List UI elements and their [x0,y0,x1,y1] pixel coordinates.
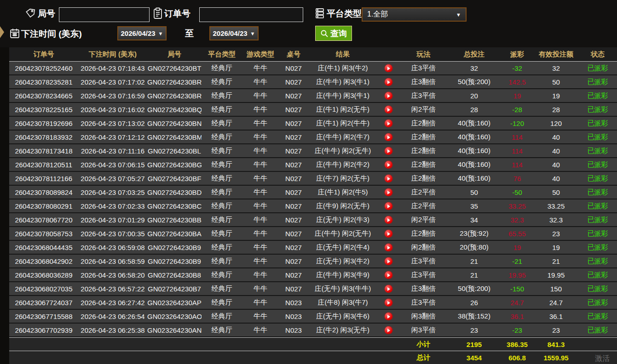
play-triangle [387,122,390,125]
table-row: 2604230781734182026-04-23 07:11:16GN0272… [9,144,617,158]
cell-order-no: 260423078252460 [9,64,78,72]
cell-status: 已派彩 [578,64,617,73]
play-video-icon[interactable] [385,92,392,100]
play-video-icon[interactable] [385,271,392,279]
cell-order-no: 260423067715588 [9,313,78,320]
total-play-type: 总计 [399,353,448,362]
play-video-icon[interactable] [385,188,392,196]
cell-payout: -21 [501,257,534,265]
play-video-icon[interactable] [385,299,392,307]
play-video-icon[interactable] [385,244,392,251]
cell-result: 庄(牛1) 闲2(无牛) [308,105,377,114]
column-header-game: 游戏类型 [242,50,279,59]
play-video-icon[interactable] [385,326,392,334]
column-header-status: 状态 [578,50,617,59]
cell-table-no: N027 [279,119,308,127]
cell-play-type: 庄3平倍 [399,91,448,100]
play-cell [377,257,399,266]
play-video-icon[interactable] [385,257,392,265]
column-header-result: 结果 [308,50,377,59]
table-row: 2604230782346652026-04-23 07:16:59GN0272… [9,89,617,103]
cell-play-type: 庄2翻倍 [399,160,448,169]
play-video-icon[interactable] [385,230,392,238]
cell-valid-bet: 150 [534,285,578,293]
play-video-icon[interactable] [385,64,392,72]
subtotal-valid-bet: 841.3 [534,341,578,348]
cell-valid-bet: 19 [534,244,578,251]
cell-order-no: 260423067702939 [9,326,78,334]
cell-result: 庄(牛1) 闲3(牛2) [308,64,377,73]
date-from-picker[interactable]: 2026/04/23 ▼ [117,26,167,40]
filter-bar: 局号 订单号 平台类型 1.全部 ▼ 下注时间 (美东) [0,0,617,47]
play-video-icon[interactable] [385,285,392,293]
cell-result: 庄(牛9) 闲2(无牛) [308,202,377,210]
column-header-total-bet: 总投注 [448,50,501,59]
play-video-icon[interactable] [385,161,392,169]
play-cell [377,91,399,100]
play-video-icon[interactable] [385,216,392,224]
cell-valid-bet: 50 [534,188,578,196]
play-video-icon[interactable] [385,133,392,141]
play-video-icon[interactable] [385,313,392,320]
play-triangle [387,218,390,222]
round-no-input[interactable] [59,7,150,22]
cell-game: 牛牛 [242,78,279,86]
play-video-icon[interactable] [385,175,392,182]
cell-status: 已派彩 [578,216,617,224]
column-header-play-type: 玩法 [399,50,448,59]
table-row: 2604230680270352026-04-23 06:57:22GN0272… [9,282,617,296]
play-video-icon[interactable] [385,147,392,155]
cell-bet-time: 2026-04-23 06:58:20 [78,271,147,279]
cell-game: 牛牛 [242,91,279,100]
column-header-bet-time: 下注时间 (美东) [78,50,147,59]
tag-icon [25,8,36,21]
cell-bet-time: 2026-04-23 07:06:15 [78,161,147,169]
cell-payout: 24.7 [501,299,534,307]
cell-result: 庄(牛1) 闲2(牛牛) [308,119,377,128]
column-header-order-no: 订单号 [9,50,78,59]
play-video-icon[interactable] [385,202,392,210]
cell-table-no: N023 [279,299,308,307]
platform-type-select[interactable]: 1.全部 ▼ [362,7,467,22]
cell-game: 牛牛 [242,243,279,252]
cell-round-no: GN027264230B9 [147,244,202,251]
cell-total-bet: 21 [448,257,501,265]
cell-result: 庄(牛牛) 闲3(牛1) [308,91,377,100]
cell-valid-bet: 120 [534,119,578,127]
play-cell [377,147,399,155]
cell-result: 庄(无牛) 闲2(牛3) [308,216,377,224]
cell-valid-bet: 23 [534,230,578,238]
cell-valid-bet: 21 [534,257,578,265]
cell-status: 已派彩 [578,257,617,266]
cell-bet-time: 2026-04-23 06:59:08 [78,244,147,251]
subtotal-row: 小计2195386.35841.3 [9,337,617,351]
play-cell [377,298,399,307]
cell-valid-bet: 23 [534,326,578,334]
cell-platform: 经典厅 [202,147,242,155]
order-no-label: 订单号 [164,8,190,20]
cell-valid-bet: 32 [534,64,578,72]
watermark-text: 激活 [595,354,610,364]
cell-valid-bet: 33.25 [534,202,578,210]
cell-platform: 经典厅 [202,202,242,210]
cell-total-bet: 20(预:80) [448,243,501,252]
date-to-picker[interactable]: 2026/04/23 ▼ [209,26,259,40]
cell-play-type: 庄3翻倍 [399,78,448,86]
cell-round-no: GN023264230AP [147,299,202,307]
search-button[interactable]: 查询 [315,26,352,41]
cell-bet-time: 2026-04-23 07:16:02 [78,106,147,114]
cell-table-no: N027 [279,161,308,169]
play-video-icon[interactable] [385,106,392,114]
bet-time-label: 下注时间 (美东) [21,28,82,40]
chevron-down-icon: ▼ [158,31,163,36]
cell-table-no: N027 [279,202,308,210]
search-button-label: 查询 [330,28,347,39]
cell-order-no: 260423067724037 [9,299,78,307]
cell-table-no: N027 [279,216,308,224]
order-no-input[interactable] [199,7,303,22]
cell-round-no: GN023264230AO [147,313,202,320]
play-video-icon[interactable] [385,78,392,86]
play-video-icon[interactable] [385,119,392,127]
subtotal-payout: 386.35 [501,341,534,348]
cell-status: 已派彩 [578,202,617,210]
